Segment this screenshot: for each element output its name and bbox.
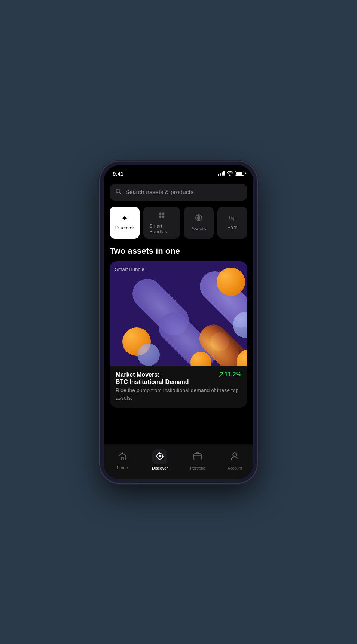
svg-point-10 bbox=[217, 268, 245, 296]
phone-screen: 9:41 bbox=[104, 165, 253, 479]
wifi-icon bbox=[227, 171, 233, 176]
signal-icon bbox=[218, 171, 225, 176]
change-value: 11.2% bbox=[225, 371, 241, 378]
home-icon bbox=[118, 452, 127, 460]
card-subtitle: BTC Institutional Demand bbox=[116, 379, 189, 385]
earn-icon: % bbox=[229, 215, 236, 222]
search-container: Search assets & products bbox=[104, 180, 253, 207]
discover-icon: ✦ bbox=[121, 214, 128, 223]
feature-card[interactable]: Smart Bundle Market Movers: BTC Institut… bbox=[110, 261, 247, 408]
card-header: Market Movers: BTC Institutional Demand … bbox=[116, 371, 241, 386]
battery-icon bbox=[235, 171, 244, 176]
tab-assets[interactable]: Assets bbox=[184, 207, 214, 239]
svg-point-1 bbox=[159, 212, 162, 215]
nav-account-label: Account bbox=[228, 466, 242, 470]
bottom-nav: Home Discover bbox=[104, 444, 253, 479]
nav-portfolio-label: Portfolio bbox=[190, 466, 205, 470]
portfolio-icon bbox=[193, 452, 202, 461]
portfolio-icon-wrap bbox=[190, 449, 205, 464]
svg-point-14 bbox=[137, 344, 160, 366]
category-tabs: ✦ Discover Smart Bundles bbox=[104, 207, 253, 246]
card-pattern-svg bbox=[110, 261, 247, 366]
account-icon-wrap bbox=[228, 449, 242, 464]
card-info: Market Movers: BTC Institutional Demand … bbox=[110, 366, 247, 408]
discover-nav-icon bbox=[155, 452, 164, 461]
svg-point-2 bbox=[162, 212, 165, 215]
nav-portfolio[interactable]: Portfolio bbox=[183, 448, 213, 472]
tab-assets-label: Assets bbox=[191, 226, 206, 231]
card-titles: Market Movers: BTC Institutional Demand bbox=[116, 371, 189, 386]
card-badge: Smart Bundle bbox=[115, 266, 144, 272]
phone-frame: 9:41 bbox=[100, 161, 257, 483]
card-image: Smart Bundle bbox=[110, 261, 247, 366]
status-time: 9:41 bbox=[113, 170, 123, 177]
svg-rect-21 bbox=[194, 454, 201, 460]
search-placeholder: Search assets & products bbox=[125, 189, 193, 196]
svg-point-3 bbox=[159, 215, 162, 218]
tab-discover-label: Discover bbox=[115, 225, 134, 231]
status-bar: 9:41 bbox=[104, 165, 253, 180]
tab-earn[interactable]: % Earn bbox=[217, 207, 247, 239]
card-title: Market Movers: bbox=[116, 371, 189, 379]
account-icon bbox=[231, 452, 239, 461]
card-change: 11.2% bbox=[219, 371, 241, 378]
svg-point-22 bbox=[233, 453, 237, 457]
svg-point-4 bbox=[162, 215, 165, 218]
nav-discover-label: Discover bbox=[152, 466, 168, 470]
tab-earn-label: Earn bbox=[227, 225, 237, 230]
home-icon-wrap bbox=[115, 450, 130, 464]
screen-content: Search assets & products ✦ Discover bbox=[104, 180, 253, 444]
discover-nav-icon-wrap bbox=[152, 449, 167, 464]
search-icon bbox=[116, 189, 122, 196]
tab-discover[interactable]: ✦ Discover bbox=[110, 207, 140, 239]
nav-discover[interactable]: Discover bbox=[144, 448, 176, 472]
nav-home[interactable]: Home bbox=[107, 448, 137, 471]
nav-home-label: Home bbox=[117, 466, 128, 470]
nav-account[interactable]: Account bbox=[220, 448, 250, 472]
section-title: Two assets in one bbox=[104, 246, 253, 261]
assets-icon bbox=[195, 214, 203, 223]
smart-bundles-icon bbox=[158, 211, 166, 221]
search-bar[interactable]: Search assets & products bbox=[110, 184, 247, 201]
tab-smart-bundles-label: Smart Bundles bbox=[149, 223, 174, 234]
card-description: Ride the pump from institutional demand … bbox=[116, 387, 241, 402]
status-icons bbox=[218, 171, 244, 176]
svg-point-20 bbox=[159, 455, 161, 457]
tab-smart-bundles[interactable]: Smart Bundles bbox=[143, 207, 180, 239]
arrow-up-icon bbox=[219, 372, 224, 377]
